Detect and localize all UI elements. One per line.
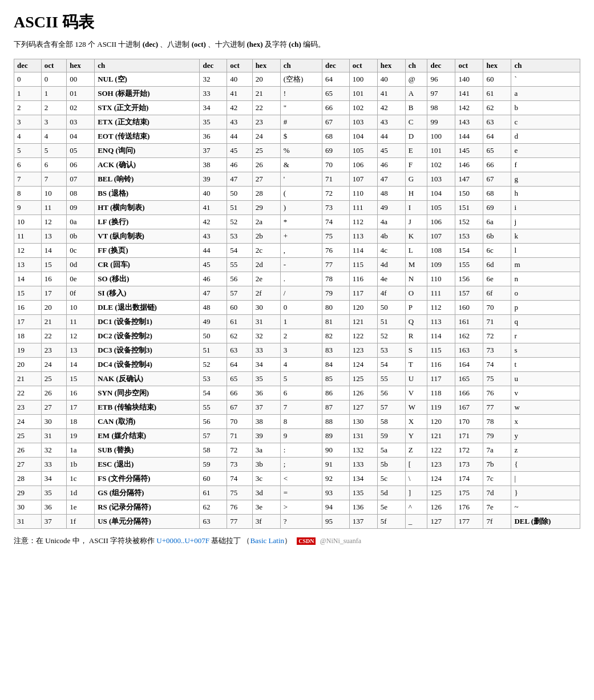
table-cell: 106 — [349, 157, 377, 172]
table-row: 5505ENQ (询问)374525%6910545E10114565e — [14, 143, 580, 157]
table-cell: W — [405, 400, 427, 414]
table-cell: ) — [280, 200, 322, 215]
table-row: 3303ETX (正文结束)354323#6710343C9914363c — [14, 115, 580, 129]
table-cell: 72 — [322, 186, 350, 200]
table-cell: 76 — [227, 500, 252, 514]
table-cell: 07 — [67, 172, 95, 186]
table-cell: 35 — [252, 371, 280, 386]
table-row: 232717ETB (传输块结束)55673778712757W11916777… — [14, 400, 580, 414]
table-row: 222616SYN (同步空闲)54663668612656V11816676v — [14, 386, 580, 400]
table-cell: 11 — [41, 200, 66, 215]
table-cell: 19 — [67, 428, 95, 443]
table-cell: GS (组分隔符) — [95, 485, 200, 500]
table-cell: 83 — [322, 343, 350, 357]
table-cell: 50 — [200, 329, 227, 343]
table-cell: 16 — [67, 386, 95, 400]
table-cell: 58 — [377, 414, 405, 428]
col-hex1: hex — [67, 59, 95, 72]
table-cell: 0d — [67, 257, 95, 272]
table-cell: 06 — [67, 157, 95, 172]
table-row: 11130bVT (纵向制表)43532b+751134bK1071536bk — [14, 229, 580, 243]
table-cell: NAK (反确认) — [95, 371, 200, 386]
table-cell: 170 — [455, 414, 483, 428]
table-cell: 62 — [483, 100, 511, 115]
table-cell: 7 — [14, 172, 42, 186]
table-cell: 3 — [280, 343, 322, 357]
ascii-table-wrapper: dec oct hex ch dec oct hex ch dec oct he… — [14, 59, 580, 529]
table-cell: 84 — [322, 357, 350, 371]
table-cell: 29 — [252, 200, 280, 215]
table-cell: 9 — [14, 200, 42, 215]
table-cell: v — [511, 386, 580, 400]
table-cell: 127 — [349, 400, 377, 414]
table-cell: 4c — [377, 243, 405, 257]
table-cell: 56 — [377, 386, 405, 400]
table-cell: q — [511, 314, 580, 329]
table-cell: ENQ (询问) — [95, 143, 200, 157]
table-cell: 6 — [280, 386, 322, 400]
table-cell: 3f — [252, 514, 280, 528]
table-cell: 4d — [377, 257, 405, 272]
table-cell: 5 — [41, 143, 66, 157]
table-cell: 33 — [252, 343, 280, 357]
table-cell: 27 — [14, 457, 42, 471]
table-cell: 98 — [427, 100, 455, 115]
table-row: 6606ACK (确认)384626&7010646F10214666f — [14, 157, 580, 172]
table-cell: 0 — [41, 72, 66, 86]
table-cell: DC4 (设备控制4) — [95, 357, 200, 371]
table-cell: 7f — [483, 514, 511, 528]
table-cell: 21 — [41, 314, 66, 329]
table-cell: NUL (空) — [95, 72, 200, 86]
table-cell: 37 — [41, 514, 66, 528]
table-cell: @ — [405, 72, 427, 86]
table-cell: 157 — [455, 286, 483, 300]
table-cell: 6 — [41, 157, 66, 172]
table-cell: 152 — [455, 215, 483, 229]
table-cell: 3c — [252, 471, 280, 485]
table-cell: 33 — [41, 457, 66, 471]
table-cell: o — [511, 286, 580, 300]
table-cell: 85 — [322, 371, 350, 386]
table-cell: DC1 (设备控制1) — [95, 314, 200, 329]
table-cell: 40 — [200, 186, 227, 200]
table-cell: 26 — [252, 157, 280, 172]
table-cell: 41 — [377, 86, 405, 100]
table-cell: / — [280, 286, 322, 300]
table-cell: 35 — [200, 115, 227, 129]
table-cell: 90 — [322, 443, 350, 457]
table-row: 28341cFS (文件分隔符)60743c<921345c\1241747c| — [14, 471, 580, 485]
table-cell: 66 — [483, 157, 511, 172]
table-cell: ESC (退出) — [95, 457, 200, 471]
table-cell: 63 — [227, 343, 252, 357]
table-cell: 53 — [227, 229, 252, 243]
table-cell: 54 — [377, 357, 405, 371]
table-cell: K — [405, 229, 427, 243]
table-cell: 48 — [200, 300, 227, 314]
table-cell: 4a — [377, 215, 405, 229]
footer-link2[interactable]: Basic Latin — [250, 536, 284, 545]
table-cell: 136 — [349, 500, 377, 514]
table-cell: ] — [405, 485, 427, 500]
table-cell: + — [280, 229, 322, 243]
table-cell: 2f — [252, 286, 280, 300]
table-cell: 101 — [349, 86, 377, 100]
table-cell: Z — [405, 443, 427, 457]
table-cell: 76 — [483, 386, 511, 400]
table-cell: SYN (同步空闲) — [95, 386, 200, 400]
footer-link1[interactable]: U+0000..U+007F — [156, 536, 209, 545]
table-cell: i — [511, 200, 580, 215]
table-cell: 151 — [455, 200, 483, 215]
table-cell: 92 — [322, 471, 350, 485]
table-cell: 75 — [322, 229, 350, 243]
table-cell: 23 — [252, 115, 280, 129]
table-cell: D — [405, 129, 427, 143]
table-row: 4404EOT (传送结束)364424$6810444D10014464d — [14, 129, 580, 143]
table-cell: 20 — [14, 357, 42, 371]
table-cell: R — [405, 329, 427, 343]
table-cell: 1a — [67, 443, 95, 457]
table-cell: 107 — [427, 229, 455, 243]
col-hex2: hex — [252, 59, 280, 72]
table-cell: 77 — [322, 257, 350, 272]
table-cell: 34 — [41, 471, 66, 485]
table-row: 212515NAK (反确认)53653558512555U11716575u — [14, 371, 580, 386]
